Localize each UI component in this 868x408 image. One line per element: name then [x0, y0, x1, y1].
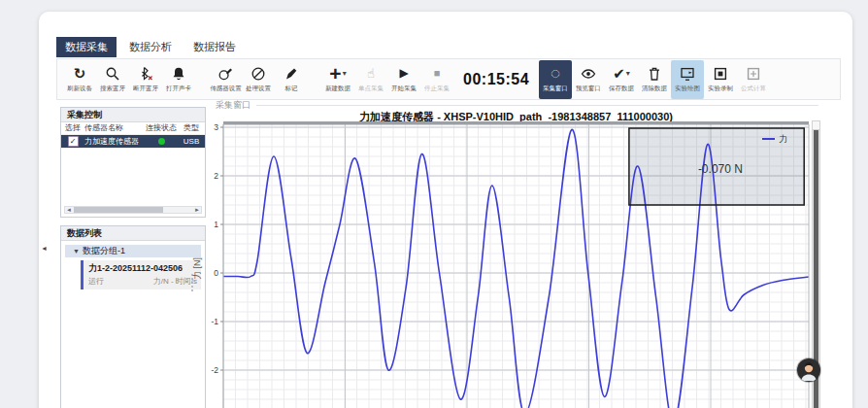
stop-collect-button: ■停止采集 — [420, 60, 453, 99]
data-list-panel: 数据列表 ▼数据分组-1 力1-2-20251112-042506 运行 力/N… — [60, 225, 206, 408]
toolbar: ↻刷新设备搜索蓝牙断开蓝牙打开声卡传感器设置处理设置标记+▾新建数据☝单点采集▶… — [56, 58, 841, 100]
person-icon — [797, 358, 820, 382]
horizontal-scrollbar[interactable]: ◄ ► — [64, 206, 202, 214]
stop-collect-label: 停止采集 — [424, 84, 450, 92]
collect-control-title: 采集控制 — [61, 108, 205, 122]
save-data-button[interactable]: ✔▾保存数据 — [605, 60, 638, 99]
bell-icon — [171, 65, 186, 82]
marker-button[interactable]: 标记 — [275, 60, 308, 99]
svg-text:3: 3 — [214, 122, 218, 132]
plus-icon: +▾ — [329, 65, 346, 82]
new-data-label: 新建数据 — [325, 84, 351, 92]
groupbox-rule — [256, 105, 818, 106]
collect-control-panel: 采集控制 选择 传感器名称 连接状态 类型 ✓ 力加速度传感器 USB ◄ ► — [60, 107, 206, 218]
svg-text:-1: -1 — [211, 317, 218, 326]
experiment-draw-label: 实验绘图 — [675, 84, 700, 92]
formula-calc-button: 公式计算 — [737, 60, 770, 99]
data-group-header[interactable]: ▼数据分组-1 — [65, 245, 201, 257]
marker-label: 标记 — [285, 84, 298, 92]
chart-canvas[interactable]: -0.070 N力3210-1-2 — [199, 117, 813, 408]
list-item[interactable]: 力1-2-20251112-042506 运行 力/N - 时间/s — [81, 260, 201, 289]
check-icon: ✔▾ — [613, 65, 630, 82]
hand-icon: ☝ — [367, 65, 375, 82]
start-collect-button[interactable]: ▶开始采集 — [387, 60, 420, 99]
flag-icon — [284, 65, 299, 82]
collapse-triangle-icon[interactable]: ▼ — [73, 248, 80, 255]
scroll-up-button[interactable] — [813, 121, 819, 130]
scroll-thumb[interactable] — [74, 207, 163, 213]
dashed-circle-icon: ◌ — [551, 65, 560, 82]
refresh-device-label: 刷新设备 — [67, 84, 92, 92]
play-icon: ▶ — [399, 65, 408, 82]
assistant-avatar-button[interactable] — [797, 358, 820, 382]
collect-window-button[interactable]: ◌采集窗口 — [539, 60, 572, 99]
experiment-draw-button[interactable]: 实验绘图 — [671, 60, 704, 99]
start-collect-label: 开始采集 — [391, 84, 417, 92]
sensor-checkbox[interactable]: ✓ — [68, 136, 79, 147]
toolbar-right-group: ◌采集窗口预览窗口✔▾保存数据清除数据实验绘图实验录制公式计算 — [539, 59, 770, 99]
app-window: 数据采集 数据分析 数据报告 ↻刷新设备搜索蓝牙断开蓝牙打开声卡传感器设置处理设… — [39, 12, 852, 408]
col-conn-status: 连接状态 — [143, 122, 180, 134]
collect-window-label: 采集窗口 — [543, 84, 568, 92]
eye-icon — [581, 65, 596, 82]
process-settings-button[interactable]: 处理设置 — [242, 60, 275, 99]
y-axis-ticks: 3210-1-2 — [211, 122, 223, 375]
refresh-device-button[interactable]: ↻刷新设备 — [63, 60, 96, 99]
tab-data-analysis[interactable]: 数据分析 — [120, 37, 181, 57]
disconnect-bluetooth-label: 断开蓝牙 — [133, 84, 158, 92]
disconnect-bluetooth-button[interactable]: 断开蓝牙 — [129, 60, 162, 99]
pencil-circle-icon — [217, 65, 233, 82]
svg-text:0: 0 — [214, 268, 218, 278]
status-dot — [158, 138, 165, 145]
save-data-label: 保存数据 — [609, 84, 634, 92]
tab-data-collect[interactable]: 数据采集 — [56, 37, 117, 57]
bluetooth-off-icon — [138, 65, 153, 82]
dataset-name: 力1-2-20251112-042506 — [88, 262, 197, 275]
toolbar-left-group: ↻刷新设备搜索蓝牙断开蓝牙打开声卡传感器设置处理设置标记+▾新建数据☝单点采集▶… — [63, 59, 453, 99]
scroll-left-icon[interactable]: ◄ — [65, 207, 73, 213]
process-settings-label: 处理设置 — [246, 84, 271, 92]
dropdown-caret-icon[interactable]: ▾ — [343, 66, 347, 81]
formula-icon — [746, 65, 761, 82]
clear-data-label: 清除数据 — [642, 84, 667, 92]
clear-data-button[interactable]: 清除数据 — [638, 60, 671, 99]
formula-calc-label: 公式计算 — [741, 84, 766, 92]
sidebar-collapse-icon[interactable]: ◄ — [41, 245, 48, 252]
stop-icon: ■ — [434, 65, 441, 82]
search-bluetooth-label: 搜索蓝牙 — [100, 84, 125, 92]
svg-text:2: 2 — [214, 171, 218, 181]
annotation-label: -0.070 N — [698, 162, 743, 176]
search-icon — [105, 65, 120, 82]
svg-text:-2: -2 — [211, 365, 218, 375]
trash-icon — [647, 65, 662, 82]
tab-data-report[interactable]: 数据报告 — [184, 37, 245, 57]
single-sample-button: ☝单点采集 — [354, 60, 387, 99]
dropdown-caret-icon[interactable]: ▾ — [626, 65, 630, 82]
single-sample-label: 单点采集 — [358, 84, 384, 92]
new-data-button[interactable]: +▾新建数据 — [321, 60, 354, 99]
slash-circle-icon — [250, 65, 266, 82]
board-icon — [680, 65, 695, 82]
search-bluetooth-button[interactable]: 搜索蓝牙 — [96, 60, 129, 99]
sensor-settings-button[interactable]: 传感器设置 — [209, 60, 242, 99]
col-select: 选择 — [61, 122, 84, 134]
svg-text:1: 1 — [214, 220, 218, 229]
main-tabs: 数据采集 数据分析 数据报告 — [56, 37, 245, 57]
sensor-name: 力加速度传感器 — [84, 135, 143, 148]
col-sensor-name: 传感器名称 — [84, 122, 143, 134]
open-soundcard-label: 打开声卡 — [166, 84, 191, 92]
preview-window-label: 预览窗口 — [576, 84, 601, 92]
experiment-record-button[interactable]: 实验录制 — [704, 60, 737, 99]
table-row[interactable]: ✓ 力加速度传感器 USB — [61, 135, 205, 148]
dataset-status: 运行 — [88, 276, 104, 287]
svg-text:力: 力 — [779, 134, 787, 144]
open-soundcard-button[interactable]: 打开声卡 — [162, 60, 195, 99]
sensor-settings-label: 传感器设置 — [210, 84, 241, 92]
data-group-label: 数据分组-1 — [83, 246, 125, 255]
refresh-icon: ↻ — [74, 65, 86, 82]
collect-timer: 00:15:54 — [463, 71, 529, 88]
sensor-table-header: 选择 传感器名称 连接状态 类型 — [61, 122, 205, 135]
record-icon — [713, 65, 728, 82]
data-list-title: 数据列表 — [61, 226, 205, 241]
preview-window-button[interactable]: 预览窗口 — [572, 60, 605, 99]
